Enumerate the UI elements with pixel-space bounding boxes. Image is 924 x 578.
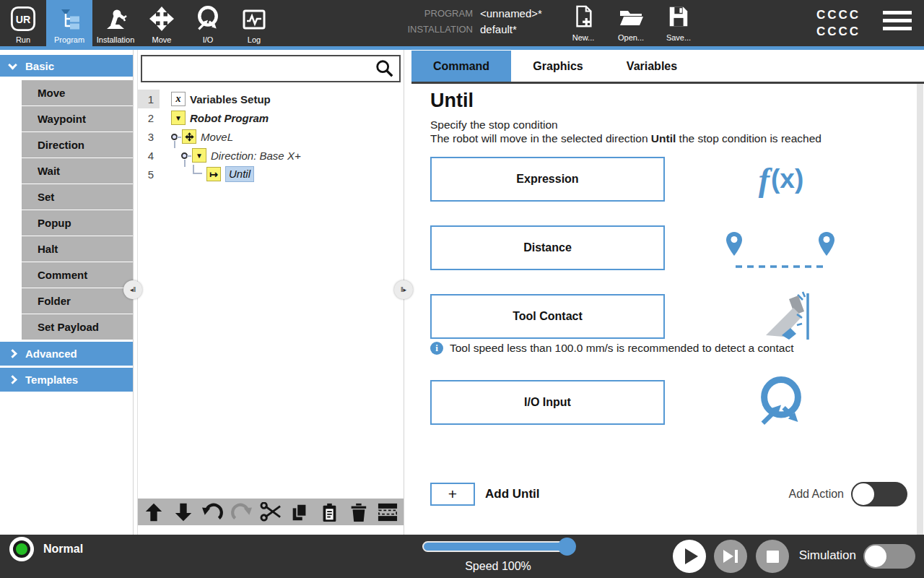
sidebar-basic-label: Basic [25,60,54,72]
tree-panel-resize-handle[interactable]: ‖▸ [394,280,413,299]
move-down-button[interactable] [170,501,196,524]
simulation-toggle[interactable] [863,544,915,569]
search-input[interactable] [142,62,375,75]
delete-button[interactable] [345,501,371,524]
expression-button[interactable]: Expression [430,157,665,202]
program-tree: 1 x Variables Setup 2 ▼ Robot Program 3 [138,90,404,184]
sidebar-section-basic[interactable]: Basic [0,55,133,77]
step-button[interactable] [714,540,747,573]
tree-row-label: Direction: Base X+ [211,150,301,162]
page-title: Until [430,90,474,112]
toggle-knob [853,483,874,505]
description: The robot will move in the selected dire… [430,132,821,145]
tree-row-label: MoveL [201,131,233,143]
undo-button[interactable] [199,501,225,524]
tree-row-direction[interactable]: 4 ▼ Direction: Base X+ [138,146,404,165]
sidebar-item-folder[interactable]: Folder [22,288,133,314]
sidebar-item-set[interactable]: Set [22,184,133,210]
tree-row-movel[interactable]: 3 MoveL [138,127,404,146]
redo-button[interactable] [229,501,255,524]
save-button-label: Save... [666,33,691,42]
tab-command[interactable]: Command [411,51,511,82]
until-command-content: Until Specify the stop condition The rob… [411,84,918,535]
tree-row-variables-setup[interactable]: 1 x Variables Setup [138,90,404,108]
paste-button[interactable] [316,501,342,524]
stop-icon [767,551,779,563]
nav-log[interactable]: Log [231,0,277,46]
sidebar-section-templates[interactable]: Templates [0,368,133,392]
panel-scrollbar[interactable] [917,84,923,535]
variables-icon: x [171,92,186,106]
sidebar-item-comment[interactable]: Comment [22,262,133,288]
main-area: Basic Move Waypoint Direction Wait Set P… [0,50,924,535]
tab-graphics[interactable]: Graphics [511,51,605,82]
main-nav: UR Run Program Installation Mo [0,0,277,46]
move-up-button[interactable] [141,501,167,524]
nav-move[interactable]: Move [139,0,185,46]
panel-tabs: Command Graphics Variables [411,51,924,84]
tool-contact-button[interactable]: Tool Contact [430,294,665,339]
safety-status[interactable]: Normal [7,540,83,558]
line-number: 5 [138,165,160,184]
open-button[interactable]: Open... [609,4,653,42]
add-until-row: + Add Until Add Action [430,481,907,507]
log-chart-icon [242,7,266,35]
save-button[interactable]: Save... [657,4,700,42]
search-icon[interactable] [375,59,395,79]
tree-row-until[interactable]: 5 ↦ Until [138,165,404,184]
program-name: <unnamed>* [480,7,542,20]
sidebar-item-popup[interactable]: Popup [22,210,133,236]
tree-node-toggle[interactable] [181,152,188,159]
sidebar-item-halt[interactable]: Halt [22,236,133,262]
nav-run[interactable]: UR Run [0,0,46,46]
distance-button[interactable]: Distance [430,225,665,270]
suppress-button[interactable] [375,501,401,524]
tab-variables[interactable]: Variables [605,51,699,82]
top-bar: UR Run Program Installation Mo [0,0,924,50]
sidebar-item-direction[interactable]: Direction [22,132,133,158]
io-input-button[interactable]: I/O Input [430,380,665,425]
speed-slider[interactable] [422,541,574,552]
sidebar-item-set-payload[interactable]: Set Payload [22,314,133,340]
nav-move-label: Move [152,35,172,44]
program-tree-icon [57,7,82,35]
sidebar-item-waypoint[interactable]: Waypoint [22,106,133,131]
clock-line-2: CCCC [816,23,860,40]
nav-log-label: Log [248,35,261,44]
sidebar-item-move[interactable]: Move [22,80,133,105]
play-button[interactable] [673,540,706,573]
hamburger-menu-icon[interactable] [883,11,912,35]
sidebar-collapse-handle[interactable]: ◂‖ [123,280,142,299]
save-floppy-icon [667,4,690,32]
speed-label: Speed 100% [422,560,574,573]
clock-line-1: CCCC [816,7,860,23]
add-until-button[interactable]: + [430,483,475,506]
tool-contact-icon [709,290,853,342]
nav-io[interactable]: I/O [185,0,231,46]
tree-toolbar [138,499,404,525]
add-action-toggle[interactable] [851,482,907,506]
cut-button[interactable] [258,501,284,524]
info-text: Tool speed less than 100.0 mm/s is recom… [450,342,793,355]
sidebar-section-advanced[interactable]: Advanced [0,342,133,366]
tree-row-robot-program[interactable]: 2 ▼ Robot Program [138,108,404,127]
chevron-down-icon [8,60,17,69]
play-icon [685,548,698,564]
nav-installation[interactable]: Installation [92,0,139,46]
program-info: PROGRAM <unnamed>* INSTALLATION default* [404,7,542,35]
tree-node-toggle[interactable] [171,134,178,140]
program-node-icon: ▼ [171,111,186,125]
line-number: 1 [138,90,160,108]
nav-installation-label: Installation [97,35,135,44]
nav-program[interactable]: Program [46,0,92,46]
sidebar-item-wait[interactable]: Wait [22,158,133,184]
simulation-label: Simulation [787,548,856,563]
stop-button[interactable] [756,540,789,573]
installation-name: default* [480,23,542,35]
speed-slider-knob[interactable] [558,538,576,556]
tree-row-label: Robot Program [190,112,269,124]
new-button[interactable]: New... [562,4,605,42]
copy-button[interactable] [287,501,313,524]
subtitle: Specify the stop condition [430,118,558,131]
new-button-label: New... [572,33,595,42]
